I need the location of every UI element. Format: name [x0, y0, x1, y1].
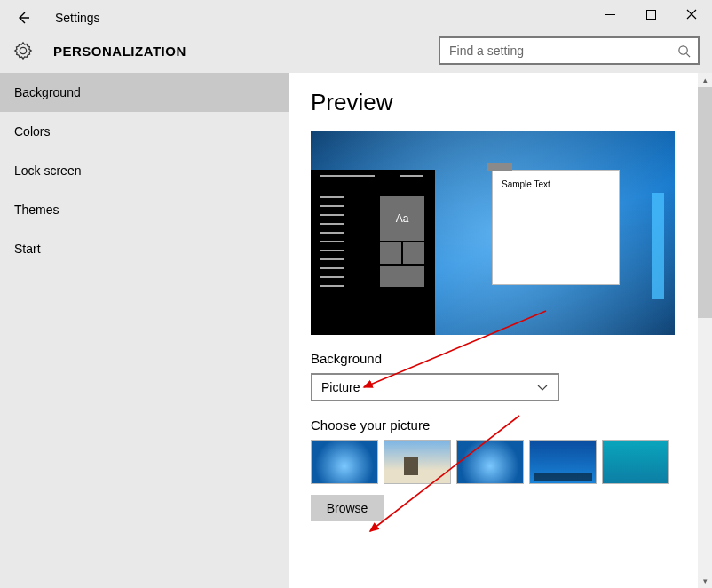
picture-thumb-2[interactable]: [384, 440, 451, 484]
background-dropdown-value: Picture: [321, 380, 360, 394]
close-button[interactable]: [671, 0, 712, 28]
preview-heading: Preview: [311, 89, 691, 116]
sidebar-item-lock-screen[interactable]: Lock screen: [0, 151, 289, 190]
scroll-thumb[interactable]: [698, 87, 712, 318]
window-title: Settings: [55, 11, 100, 25]
vertical-scrollbar[interactable]: ▴ ▾: [698, 73, 712, 588]
browse-button[interactable]: Browse: [311, 495, 384, 521]
picture-thumb-4[interactable]: [529, 440, 597, 484]
close-icon: [686, 9, 697, 20]
background-dropdown[interactable]: Picture: [311, 373, 559, 401]
search-input[interactable]: [449, 44, 675, 58]
choose-picture-label: Choose your picture: [311, 417, 691, 433]
sidebar-item-label: Background: [14, 85, 81, 99]
gear-icon: [12, 40, 34, 61]
maximize-button[interactable]: [630, 0, 671, 28]
preview-sample-window: Sample Text: [492, 170, 620, 285]
arrow-left-icon: [15, 10, 31, 26]
chevron-down-icon: [536, 381, 549, 393]
picture-thumb-5[interactable]: [602, 440, 669, 484]
background-label: Background: [311, 351, 691, 366]
header-row: PERSONALIZATION: [0, 36, 712, 73]
window-controls: [589, 0, 712, 28]
preview-sample-text: Sample Text: [493, 171, 619, 198]
desktop-preview: Aa Sample Text: [311, 131, 675, 335]
minimize-icon: [605, 10, 615, 20]
content-pane: Preview Aa Sample Text Background P: [289, 73, 712, 588]
search-icon: [675, 44, 692, 58]
sidebar-item-label: Start: [14, 242, 41, 256]
sidebar-item-label: Colors: [14, 124, 50, 139]
sidebar-item-background[interactable]: Background: [0, 73, 289, 112]
scroll-down-icon[interactable]: ▾: [698, 574, 712, 588]
maximize-icon: [646, 10, 656, 20]
sidebar: Background Colors Lock screen Themes Sta…: [0, 73, 289, 588]
sidebar-item-label: Lock screen: [14, 163, 81, 178]
sidebar-item-label: Themes: [14, 203, 59, 217]
sidebar-item-start[interactable]: Start: [0, 229, 289, 268]
browse-button-label: Browse: [327, 501, 368, 515]
preview-tile-aa: Aa: [380, 196, 424, 241]
category-title: PERSONALIZATION: [53, 44, 186, 59]
sidebar-item-themes[interactable]: Themes: [0, 190, 289, 229]
scroll-up-icon[interactable]: ▴: [698, 73, 712, 87]
picture-thumb-1[interactable]: [311, 440, 378, 484]
svg-point-1: [678, 45, 686, 53]
search-box[interactable]: [439, 36, 700, 65]
picture-thumb-3[interactable]: [456, 440, 524, 484]
picture-thumbnails: [311, 440, 691, 484]
title-bar: Settings: [0, 0, 712, 36]
sidebar-item-colors[interactable]: Colors: [0, 112, 289, 151]
back-button[interactable]: [7, 2, 39, 34]
svg-rect-0: [646, 10, 655, 19]
minimize-button[interactable]: [589, 0, 630, 28]
